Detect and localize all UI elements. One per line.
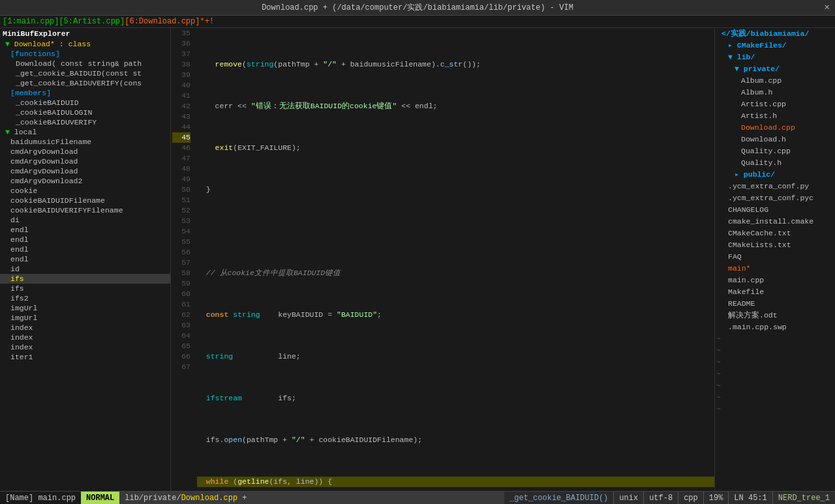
ln-45: 45 [172,132,190,143]
sidebar-m-1[interactable]: _cookieBAIDUID [0,98,170,108]
rtree-ycm-pyc[interactable]: .ycm_extra_conf.pyc [715,192,835,204]
rtree-private-dir[interactable]: ▼ private/ [715,63,835,75]
sidebar-l-7[interactable]: cookieBAIDUIDFilename [0,196,170,205]
sidebar-l-20[interactable]: index [0,323,170,333]
sidebar-l-12[interactable]: endl [0,245,170,254]
status-ft: cpp [678,492,703,504]
rtree-download-cpp[interactable]: Download.cpp [715,122,835,134]
sidebar-l-8[interactable]: cookieBAIDUVERIFYFilename [0,205,170,215]
ln-49: 49 [172,174,190,185]
rtree-cmake-install[interactable]: cmake_install.cmake [715,216,835,228]
ln-48: 48 [172,164,190,174]
rtree-tilde-1: ~ [715,333,835,345]
ln-55: 55 [172,237,190,247]
code-line-41: const string keyBAIDUID = "BAIDUID"; [197,310,714,320]
rtree-quality-h[interactable]: Quality.h [715,157,835,169]
rtree-main-active[interactable]: main* [715,263,835,274]
sidebar-m-3[interactable]: _cookieBAIDUVERIFY [0,117,170,127]
rtree-lib-dir[interactable]: ▼ lib/ [715,52,835,63]
code-line-45: while (getline(ifs, line)) { [197,477,714,487]
sidebar-l-15-active[interactable]: ifs [0,274,170,284]
sidebar-m-2[interactable]: _cookieBAIDULOGIN [0,108,170,117]
sidebar-l-4[interactable]: cmdArgvDownload [0,166,170,176]
sidebar-l-23[interactable]: iter1 [0,352,170,362]
status-filepath: lib/private/Download.cpp + [119,492,504,504]
sidebar-l-2[interactable]: cmdArgvDownload [0,147,170,156]
arrow-icon: ▼ [5,40,10,48]
ln-56: 56 [172,247,190,258]
sidebar-fn-1[interactable]: Download( const string& path [0,59,170,68]
sidebar-l-3[interactable]: cmdArgvDownload [0,156,170,166]
status-pct: 19% [703,492,729,504]
ln-36: 36 [172,38,190,49]
rtree-download-h[interactable]: Download.h [715,134,835,145]
rtree-album-cpp[interactable]: Album.cpp [715,75,835,87]
rtree-swp[interactable]: .main.cpp.swp [715,321,835,333]
rtree-public-dir[interactable]: ▸ public/ [715,169,835,181]
sidebar-l-18[interactable]: imgUrl [0,303,170,313]
sidebar-l-6[interactable]: cookie [0,186,170,196]
rtree-artist-h[interactable]: Artist.h [715,110,835,122]
sidebar-l-10[interactable]: endl [0,225,170,235]
status-enc: utf-8 [643,492,678,504]
ln-62: 62 [172,310,190,320]
rtree-changelog[interactable]: CHANGELOG [715,204,835,216]
sidebar-local: ▼ local [0,127,170,137]
active-tab[interactable]: [6:Download.cpp]*+! [125,17,214,26]
ln-52: 52 [172,205,190,216]
tab-text: [1:main.cpp][5:Artist.cpp][6:Download.cp… [3,17,214,26]
code-line-42: string line; [197,351,714,362]
rtree-root-dir[interactable]: </实践/biabiamiamia/ [715,28,835,40]
status-ln-col: LN 45:1 [728,492,772,504]
ln-66: 66 [172,351,190,362]
sidebar-l-21[interactable]: index [0,333,170,342]
rtree-artist-cpp[interactable]: Artist.cpp [715,98,835,110]
rtree-album-h[interactable]: Album.h [715,87,835,98]
status-unix: unix [613,492,643,504]
ln-53: 53 [172,216,190,226]
rtree-readme[interactable]: README [715,298,835,310]
rtree-tilde-3: ~ [715,357,835,368]
rtree-main-cpp[interactable]: main.cpp [715,274,835,286]
sidebar-members[interactable]: [members] [0,88,170,98]
sidebar-l-22[interactable]: index [0,342,170,352]
code-editor[interactable]: 35 36 37 38 39 40 41 42 43 44 45 46 47 4… [171,28,714,491]
ln-35: 35 [172,28,190,38]
rtree-cmake-files[interactable]: ▸ CMakeFiles/ [715,40,835,52]
title-text: Download.cpp + (/data/computer/实践/biabia… [262,3,573,12]
ln-44: 44 [172,122,190,132]
ln-39: 39 [172,70,190,80]
rtree-solution-odt[interactable]: 解决方案.odt [715,310,835,321]
code-line-43: ifstream ifs; [197,393,714,404]
rtree-ycm-py[interactable]: .ycm_extra_conf.py [715,181,835,192]
sidebar-l-16[interactable]: ifs [0,284,170,293]
sidebar-fn-3[interactable]: _get_cookie_BAIDUVERIFY(cons [0,78,170,88]
close-button[interactable]: ✕ [825,1,830,12]
minibuf-header: MiniBufExplorer [0,28,170,39]
sidebar-fn-2[interactable]: _get_cookie_BAIDUID(const st [0,68,170,78]
statusbar: [Name] main.cpp NORMAL lib/private/Downl… [0,491,835,504]
sidebar-functions[interactable]: [functions] [0,49,170,59]
sidebar-l-13[interactable]: endl [0,254,170,264]
rtree-cmake-cache[interactable]: CMakeCache.txt [715,228,835,239]
ln-37: 37 [172,49,190,59]
sidebar-l-11[interactable]: endl [0,235,170,245]
sidebar-l-5[interactable]: cmdArgvDownload2 [0,176,170,186]
rtree-makefile[interactable]: Makefile [715,286,835,298]
sidebar-l-9[interactable]: di [0,215,170,225]
sidebar-l-1[interactable]: baidumusicFilename [0,137,170,147]
code-line-35: remove(string(pathTmp + "/" + baidumusic… [197,59,714,70]
ln-59: 59 [172,278,190,289]
sidebar-l-17[interactable]: ifs2 [0,293,170,303]
rtree-faq[interactable]: FAQ [715,251,835,263]
status-active-marker: + [242,494,247,503]
status-nerd: NERD_tree_1 [772,492,835,504]
rtree-quality-cpp[interactable]: Quality.cpp [715,145,835,157]
sidebar-l-14[interactable]: id [0,264,170,274]
ln-60: 60 [172,289,190,299]
titlebar: Download.cpp + (/data/computer/实践/biabia… [0,0,835,16]
ln-46: 46 [172,143,190,153]
code-line-36: cerr << "错误：无法获取BAIDUID的cookie键值" << end… [197,101,714,111]
sidebar-l-19[interactable]: imgUrl [0,313,170,323]
rtree-cmake-lists[interactable]: CMakeLists.txt [715,239,835,251]
